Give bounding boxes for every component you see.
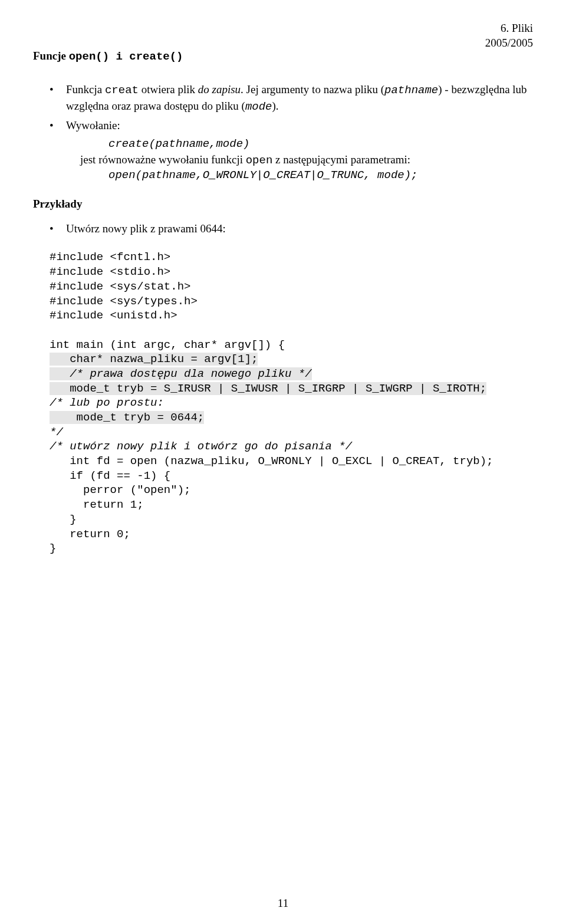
code-comment: */: [50, 426, 63, 439]
code-line: open(pathname,O_WRONLY|O_CREAT|O_TRUNC, …: [108, 169, 418, 182]
code-line: #include <stdio.h>: [50, 265, 170, 278]
code-block: #include <fcntl.h> #include <stdio.h> #i…: [50, 250, 533, 555]
code-inline: creat: [105, 84, 139, 97]
bullet-list: Funkcja creat otwiera plik do zapisu. Je…: [50, 82, 533, 183]
text: otwiera plik: [139, 83, 198, 96]
code-line: #include <sys/stat.h>: [50, 280, 190, 293]
code-line-highlight: mode_t tryb = S_IRUSR | S_IWUSR | S_IRGR…: [50, 382, 486, 395]
code-line: }: [50, 542, 56, 555]
title-code: open() i create(): [69, 50, 183, 63]
page-number: 11: [0, 897, 566, 910]
text: . Jej argumenty to nazwa pliku (: [241, 83, 384, 96]
text: Wywołanie:: [66, 119, 120, 131]
list-item: Wywołanie:: [50, 118, 533, 133]
list-item: Funkcja creat otwiera plik do zapisu. Je…: [50, 82, 533, 114]
code-line: }: [50, 513, 77, 526]
code-inline: open: [246, 154, 273, 167]
year-label: 2005/2005: [485, 36, 533, 51]
code-line: #include <fcntl.h>: [50, 251, 170, 264]
call-block: create(pathname,mode) jest równoważne wy…: [80, 137, 533, 183]
code-line: return 0;: [50, 528, 130, 541]
code-line: #include <sys/types.h>: [50, 295, 198, 308]
text: z następującymi parametrami:: [272, 153, 410, 166]
code-line-highlight: mode_t tryb = 0644;: [50, 411, 204, 424]
code-line: int fd = open (nazwa_pliku, O_WRONLY | O…: [50, 455, 493, 468]
chapter-label: 6. Pliki: [485, 21, 533, 36]
code-comment: /* lub po prostu:: [50, 396, 164, 409]
code-comment-highlight: /* prawa dostępu dla nowego pliku */: [50, 367, 312, 380]
list-item: Utwórz nowy plik z prawami 0644:: [50, 221, 533, 236]
code-line-highlight: char* nazwa_pliku = argv[1];: [50, 353, 258, 366]
code-line: if (fd == -1) {: [50, 469, 170, 482]
code-inline-italic: pathname: [384, 84, 438, 97]
text: Funkcja: [66, 83, 105, 96]
header-right: 6. Pliki 2005/2005: [485, 21, 533, 50]
text: ).: [272, 100, 279, 112]
section-title: Funcje open() i create(): [33, 50, 533, 63]
code-inline-italic: mode: [245, 100, 272, 113]
code-line: #include <unistd.h>: [50, 309, 177, 322]
page: 6. Pliki 2005/2005 Funcje open() i creat…: [0, 0, 566, 924]
code-line: int main (int argc, char* argv[]) {: [50, 338, 285, 351]
code-comment: /* utwórz nowy plik i otwórz go do pisan…: [50, 440, 352, 453]
text-italic: do zapisu: [198, 83, 241, 96]
bullet-list: Utwórz nowy plik z prawami 0644:: [50, 221, 533, 236]
text: jest równoważne wywołaniu funkcji: [80, 153, 246, 166]
text: Utwórz nowy plik z prawami 0644:: [66, 222, 226, 235]
title-prefix: Funcje: [33, 50, 69, 62]
code-line: create(pathname,mode): [108, 137, 249, 150]
code-line: return 1;: [50, 498, 144, 511]
code-line: perror ("open");: [50, 484, 190, 496]
examples-heading: Przykłady: [33, 198, 533, 211]
